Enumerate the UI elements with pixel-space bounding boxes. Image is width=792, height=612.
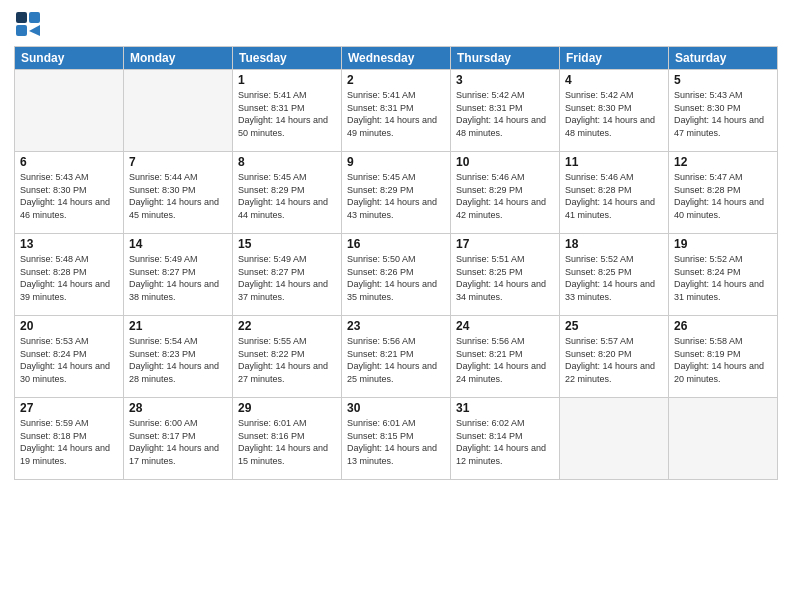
day-number: 28 — [129, 401, 227, 415]
day-number: 18 — [565, 237, 663, 251]
day-number: 15 — [238, 237, 336, 251]
calendar-cell: 15Sunrise: 5:49 AMSunset: 8:27 PMDayligh… — [233, 234, 342, 316]
calendar-cell: 9Sunrise: 5:45 AMSunset: 8:29 PMDaylight… — [342, 152, 451, 234]
day-info: Sunrise: 5:47 AMSunset: 8:28 PMDaylight:… — [674, 171, 772, 221]
calendar-cell: 13Sunrise: 5:48 AMSunset: 8:28 PMDayligh… — [15, 234, 124, 316]
day-info: Sunrise: 5:46 AMSunset: 8:28 PMDaylight:… — [565, 171, 663, 221]
calendar-cell — [15, 70, 124, 152]
svg-rect-2 — [16, 25, 27, 36]
day-number: 24 — [456, 319, 554, 333]
day-number: 29 — [238, 401, 336, 415]
calendar-cell: 29Sunrise: 6:01 AMSunset: 8:16 PMDayligh… — [233, 398, 342, 480]
day-info: Sunrise: 5:56 AMSunset: 8:21 PMDaylight:… — [347, 335, 445, 385]
day-number: 14 — [129, 237, 227, 251]
svg-rect-0 — [16, 12, 27, 23]
day-info: Sunrise: 5:41 AMSunset: 8:31 PMDaylight:… — [347, 89, 445, 139]
calendar-cell: 1Sunrise: 5:41 AMSunset: 8:31 PMDaylight… — [233, 70, 342, 152]
day-number: 22 — [238, 319, 336, 333]
calendar-cell: 26Sunrise: 5:58 AMSunset: 8:19 PMDayligh… — [669, 316, 778, 398]
day-number: 31 — [456, 401, 554, 415]
day-number: 26 — [674, 319, 772, 333]
day-number: 23 — [347, 319, 445, 333]
calendar-cell: 28Sunrise: 6:00 AMSunset: 8:17 PMDayligh… — [124, 398, 233, 480]
day-info: Sunrise: 5:44 AMSunset: 8:30 PMDaylight:… — [129, 171, 227, 221]
day-number: 2 — [347, 73, 445, 87]
day-number: 1 — [238, 73, 336, 87]
calendar-header-thursday: Thursday — [451, 47, 560, 70]
day-info: Sunrise: 5:52 AMSunset: 8:25 PMDaylight:… — [565, 253, 663, 303]
calendar-cell: 19Sunrise: 5:52 AMSunset: 8:24 PMDayligh… — [669, 234, 778, 316]
calendar-cell: 4Sunrise: 5:42 AMSunset: 8:30 PMDaylight… — [560, 70, 669, 152]
calendar-cell: 18Sunrise: 5:52 AMSunset: 8:25 PMDayligh… — [560, 234, 669, 316]
day-info: Sunrise: 5:43 AMSunset: 8:30 PMDaylight:… — [20, 171, 118, 221]
header — [14, 10, 778, 38]
day-number: 21 — [129, 319, 227, 333]
day-info: Sunrise: 6:00 AMSunset: 8:17 PMDaylight:… — [129, 417, 227, 467]
day-info: Sunrise: 5:57 AMSunset: 8:20 PMDaylight:… — [565, 335, 663, 385]
day-info: Sunrise: 6:01 AMSunset: 8:15 PMDaylight:… — [347, 417, 445, 467]
day-info: Sunrise: 5:50 AMSunset: 8:26 PMDaylight:… — [347, 253, 445, 303]
day-number: 17 — [456, 237, 554, 251]
calendar-header-sunday: Sunday — [15, 47, 124, 70]
calendar-header-saturday: Saturday — [669, 47, 778, 70]
day-number: 11 — [565, 155, 663, 169]
calendar-cell: 11Sunrise: 5:46 AMSunset: 8:28 PMDayligh… — [560, 152, 669, 234]
day-info: Sunrise: 5:59 AMSunset: 8:18 PMDaylight:… — [20, 417, 118, 467]
calendar: SundayMondayTuesdayWednesdayThursdayFrid… — [14, 46, 778, 480]
calendar-cell: 24Sunrise: 5:56 AMSunset: 8:21 PMDayligh… — [451, 316, 560, 398]
day-number: 20 — [20, 319, 118, 333]
day-number: 5 — [674, 73, 772, 87]
day-info: Sunrise: 5:45 AMSunset: 8:29 PMDaylight:… — [347, 171, 445, 221]
day-info: Sunrise: 5:41 AMSunset: 8:31 PMDaylight:… — [238, 89, 336, 139]
calendar-cell: 17Sunrise: 5:51 AMSunset: 8:25 PMDayligh… — [451, 234, 560, 316]
day-info: Sunrise: 5:56 AMSunset: 8:21 PMDaylight:… — [456, 335, 554, 385]
day-info: Sunrise: 5:52 AMSunset: 8:24 PMDaylight:… — [674, 253, 772, 303]
calendar-cell: 30Sunrise: 6:01 AMSunset: 8:15 PMDayligh… — [342, 398, 451, 480]
calendar-cell: 2Sunrise: 5:41 AMSunset: 8:31 PMDaylight… — [342, 70, 451, 152]
day-number: 12 — [674, 155, 772, 169]
day-number: 30 — [347, 401, 445, 415]
day-number: 25 — [565, 319, 663, 333]
day-info: Sunrise: 5:42 AMSunset: 8:31 PMDaylight:… — [456, 89, 554, 139]
calendar-week-2: 13Sunrise: 5:48 AMSunset: 8:28 PMDayligh… — [15, 234, 778, 316]
calendar-header-wednesday: Wednesday — [342, 47, 451, 70]
calendar-cell: 20Sunrise: 5:53 AMSunset: 8:24 PMDayligh… — [15, 316, 124, 398]
calendar-cell: 25Sunrise: 5:57 AMSunset: 8:20 PMDayligh… — [560, 316, 669, 398]
calendar-week-3: 20Sunrise: 5:53 AMSunset: 8:24 PMDayligh… — [15, 316, 778, 398]
calendar-cell: 31Sunrise: 6:02 AMSunset: 8:14 PMDayligh… — [451, 398, 560, 480]
calendar-cell: 5Sunrise: 5:43 AMSunset: 8:30 PMDaylight… — [669, 70, 778, 152]
day-number: 8 — [238, 155, 336, 169]
day-number: 19 — [674, 237, 772, 251]
calendar-cell: 8Sunrise: 5:45 AMSunset: 8:29 PMDaylight… — [233, 152, 342, 234]
calendar-cell: 3Sunrise: 5:42 AMSunset: 8:31 PMDaylight… — [451, 70, 560, 152]
logo — [14, 10, 46, 38]
calendar-cell: 14Sunrise: 5:49 AMSunset: 8:27 PMDayligh… — [124, 234, 233, 316]
day-info: Sunrise: 6:02 AMSunset: 8:14 PMDaylight:… — [456, 417, 554, 467]
calendar-cell — [560, 398, 669, 480]
day-info: Sunrise: 5:45 AMSunset: 8:29 PMDaylight:… — [238, 171, 336, 221]
day-info: Sunrise: 5:46 AMSunset: 8:29 PMDaylight:… — [456, 171, 554, 221]
calendar-cell: 27Sunrise: 5:59 AMSunset: 8:18 PMDayligh… — [15, 398, 124, 480]
calendar-cell: 6Sunrise: 5:43 AMSunset: 8:30 PMDaylight… — [15, 152, 124, 234]
calendar-cell: 12Sunrise: 5:47 AMSunset: 8:28 PMDayligh… — [669, 152, 778, 234]
day-info: Sunrise: 6:01 AMSunset: 8:16 PMDaylight:… — [238, 417, 336, 467]
day-number: 6 — [20, 155, 118, 169]
calendar-cell: 22Sunrise: 5:55 AMSunset: 8:22 PMDayligh… — [233, 316, 342, 398]
day-info: Sunrise: 5:54 AMSunset: 8:23 PMDaylight:… — [129, 335, 227, 385]
calendar-header-friday: Friday — [560, 47, 669, 70]
day-number: 4 — [565, 73, 663, 87]
calendar-header-row: SundayMondayTuesdayWednesdayThursdayFrid… — [15, 47, 778, 70]
day-info: Sunrise: 5:49 AMSunset: 8:27 PMDaylight:… — [129, 253, 227, 303]
calendar-cell: 23Sunrise: 5:56 AMSunset: 8:21 PMDayligh… — [342, 316, 451, 398]
day-number: 27 — [20, 401, 118, 415]
calendar-cell: 10Sunrise: 5:46 AMSunset: 8:29 PMDayligh… — [451, 152, 560, 234]
day-number: 10 — [456, 155, 554, 169]
day-number: 13 — [20, 237, 118, 251]
day-number: 7 — [129, 155, 227, 169]
calendar-cell — [124, 70, 233, 152]
calendar-cell: 16Sunrise: 5:50 AMSunset: 8:26 PMDayligh… — [342, 234, 451, 316]
day-number: 9 — [347, 155, 445, 169]
svg-rect-1 — [29, 12, 40, 23]
day-info: Sunrise: 5:43 AMSunset: 8:30 PMDaylight:… — [674, 89, 772, 139]
day-number: 3 — [456, 73, 554, 87]
